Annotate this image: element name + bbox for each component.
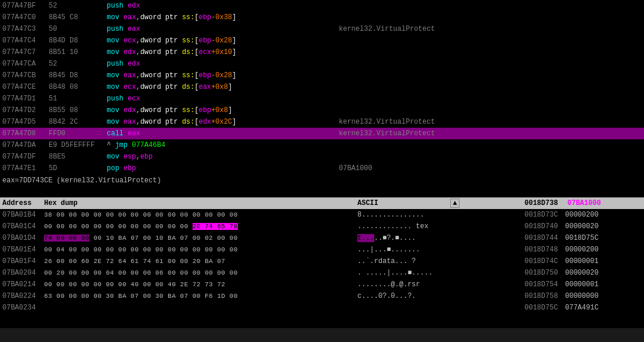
disasm-addr: 077A47C4 [2, 37, 49, 45]
hex-addr-label: Address [2, 199, 44, 207]
stack-row[interactable]: 0018D73C00000200 [522, 209, 644, 221]
disasm-instr: push ecx [107, 95, 327, 103]
disasm-instr: mov ecx,dword ptr ds:[eax+0x8] [107, 83, 327, 91]
disasm-row[interactable]: 077A47C48B4D D8mov ecx,dword ptr ss:[ebp… [0, 35, 644, 46]
stack-row[interactable]: 0018D74800000200 [522, 244, 644, 255]
hex-row-addr: 07BA01D4 [2, 234, 44, 242]
disasm-row[interactable]: 077A47C350push eaxkernel32.VirtualProtec… [0, 23, 644, 35]
disasm-panel: 077A47BF52push edx077A47C08B45 C8mov eax… [0, 0, 644, 197]
hex-rows: 07BA01B438 00 00 00 00 00 00 00 00 00 00… [0, 209, 522, 314]
disasm-instr: push edx [107, 60, 327, 68]
disasm-bytes: E9 D5FEFFFF [49, 141, 107, 149]
hex-row[interactable]: 07BA020400 20 00 00 00 04 00 00 00 06 00… [0, 267, 522, 279]
disasm-bytes: 8B51 10 [49, 48, 107, 56]
disasm-row[interactable]: 077A47CB8B45 D8mov eax,dword ptr ss:[ebp… [0, 70, 644, 81]
hex-row[interactable]: 07BA01E400 04 00 00 00 00 00 00 00 00 00… [0, 244, 522, 255]
hex-row[interactable]: 07BA01D474 00 00 00 00 10 BA 07 00 10 BA… [0, 232, 522, 244]
stack-addr-header: 0018D738 [522, 199, 565, 207]
disasm-bytes: 8B45 D8 [49, 71, 107, 80]
disasm-addr: 077A47DF [2, 153, 49, 161]
hex-row-addr: 07BA0204 [2, 269, 44, 277]
disasm-instr: mov edx,dword ptr ds:[ecx+0x10] [107, 48, 327, 56]
disasm-row[interactable]: 077A47BF52push edx [0, 0, 644, 12]
stack-row-addr: 0018D748 [524, 246, 565, 254]
disasm-addr: 077A47CA [2, 60, 49, 68]
disasm-instr: mov eax,dword ptr ss:[ebp-0x38] [107, 13, 327, 21]
stack-row-addr: 0018D750 [524, 269, 565, 277]
hex-row[interactable]: 07BA021400 00 00 00 00 00 00 40 00 00 40… [0, 279, 522, 290]
disasm-bytes: FFD0 [49, 129, 107, 138]
hex-row[interactable]: 07BA01B438 00 00 00 00 00 00 00 00 00 00… [0, 209, 522, 221]
hex-ascii-label: ASCII [357, 199, 450, 207]
disasm-addr: 077A47D1 [2, 95, 49, 103]
disasm-addr: 077A47BF [2, 2, 49, 10]
stack-row-val: 077A491C [565, 304, 644, 312]
disasm-row[interactable]: 077A47D28B55 08mov edx,dword ptr ss:[ebp… [0, 105, 644, 116]
disasm-row[interactable]: 077A47D151push ecx [0, 93, 644, 105]
stack-row[interactable]: 0018D75000000020 [522, 267, 644, 279]
hex-row-addr: 07BA01E4 [2, 246, 44, 254]
disasm-addr: 077A47D2 [2, 106, 49, 114]
disasm-addr: 077A47CE [2, 83, 49, 91]
disasm-instr: ^ jmp 077A46B4 [107, 141, 327, 149]
hex-row-ascii: ..`.rdata... ? [357, 257, 450, 265]
disasm-instr: push eax [107, 25, 327, 33]
hex-row-bytes: 00 00 00 00 00 00 00 40 00 00 40 2E 72 7… [44, 281, 357, 288]
disasm-row[interactable]: 077A47CA52push edx [0, 58, 644, 70]
disasm-rows: 077A47BF52push edx077A47C08B45 C8mov eax… [0, 0, 644, 174]
hex-dump-label: Hex dump [44, 199, 357, 207]
disasm-instr: mov ecx,dword ptr ss:[ebp-0x28] [107, 37, 327, 45]
hex-row[interactable]: 07BA01C400 00 00 00 00 00 00 00 00 00 00… [0, 221, 522, 232]
disasm-bytes: 8B42 2C [49, 118, 107, 126]
stack-row-addr: 0018D74C [524, 257, 565, 265]
stack-val-header: 07BA1000 [565, 199, 644, 207]
stack-row-addr: 0018D75C [524, 304, 565, 312]
hex-row[interactable]: 07BA01F426 00 00 60 2E 72 64 61 74 61 00… [0, 255, 522, 267]
disasm-bytes: 5D [49, 164, 107, 172]
hex-row-addr: 07BA0214 [2, 280, 44, 289]
disasm-addr: 077A47CB [2, 71, 49, 80]
disasm-instr: mov eax,dword ptr ds:[edx+0x2C] [107, 118, 327, 126]
disasm-comment: kernel32.VirtualProtect [327, 25, 642, 33]
stack-row[interactable]: 0018D75400000001 [522, 279, 644, 290]
disasm-row[interactable]: 077A47DF8BE5mov esp,ebp [0, 151, 644, 163]
disasm-row[interactable]: 077A47C08B45 C8mov eax,dword ptr ss:[ebp… [0, 12, 644, 23]
hex-row[interactable]: 07BA022463 00 00 00 00 30 BA 07 00 30 BA… [0, 290, 522, 302]
disasm-row[interactable]: 077A47DAE9 D5FEFFFF^ jmp 077A46B4 [0, 139, 644, 151]
hex-row-ascii: 8............... [357, 211, 450, 219]
stack-row[interactable]: 0018D74C00000001 [522, 255, 644, 267]
disasm-addr: 077A47C7 [2, 48, 49, 56]
disasm-addr: 077A47D8 [2, 129, 49, 138]
hex-panel: Address Hex dump ASCII ▲ 07BA01B438 00 0… [0, 197, 522, 328]
disasm-bytes: 52 [49, 60, 107, 68]
hex-row-addr: 07BA01B4 [2, 211, 44, 219]
stack-row[interactable]: 0018D75C077A491C [522, 302, 644, 314]
hex-row-ascii: c....0?.0...?. [357, 292, 450, 300]
disasm-comment: kernel32.VirtualProtect [327, 129, 642, 138]
stack-row[interactable]: 0018D74000000020 [522, 221, 644, 232]
hex-scroll-up[interactable]: ▲ [450, 199, 460, 208]
disasm-addr: 077A47C0 [2, 13, 49, 21]
stack-row-val: 00000020 [565, 269, 644, 277]
disasm-bytes: 8B4D D8 [49, 37, 107, 45]
disasm-row[interactable]: 077A47E15Dpop ebp07BA1000 [0, 163, 644, 174]
hex-row-bytes: 74 00 00 00 00 10 BA 07 00 10 BA 07 00 0… [44, 235, 357, 242]
stack-row-addr: 0018D758 [524, 292, 565, 300]
disasm-instr: pop ebp [107, 164, 327, 172]
disasm-row[interactable]: 077A47C78B51 10mov edx,dword ptr ds:[ecx… [0, 46, 644, 58]
stack-rows: 0018D73C000002000018D740000000200018D744… [522, 209, 644, 314]
stack-panel: 0018D738 07BA1000 0018D73C000002000018D7… [522, 197, 644, 328]
disasm-row[interactable]: 077A47D8FFD0call eaxkernel32.VirtualProt… [0, 128, 644, 139]
disasm-row[interactable]: 077A47CE8B48 08mov ecx,dword ptr ds:[eax… [0, 81, 644, 93]
disasm-row[interactable]: 077A47D58B42 2Cmov eax,dword ptr ds:[edx… [0, 116, 644, 128]
stack-row[interactable]: 0018D75800000000 [522, 290, 644, 302]
disasm-bytes: 8BE5 [49, 153, 107, 161]
disasm-instr: mov eax,dword ptr ss:[ebp-0x28] [107, 71, 327, 80]
hex-row-addr: 07BA01C4 [2, 222, 44, 231]
stack-row-val: 0018D75C [565, 234, 644, 242]
disasm-bytes: 51 [49, 95, 107, 103]
hex-row-ascii: ........@.@.rsr [357, 280, 450, 289]
hex-row[interactable]: 07BA0234 [0, 302, 522, 314]
stack-row[interactable]: 0018D7440018D75C [522, 232, 644, 244]
disasm-addr: 077A47C3 [2, 25, 49, 33]
